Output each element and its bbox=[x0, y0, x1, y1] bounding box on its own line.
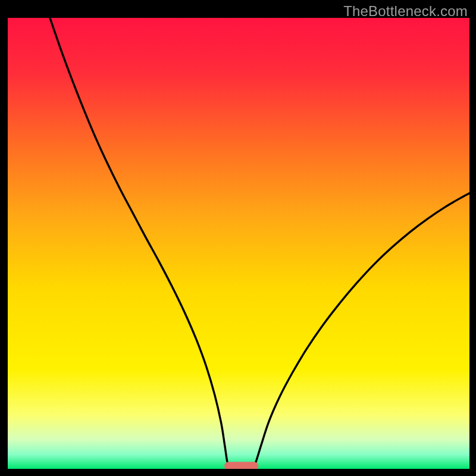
chart-plot bbox=[8, 18, 469, 469]
chart-svg bbox=[8, 18, 469, 469]
chart-frame: TheBottleneck.com bbox=[0, 0, 476, 476]
attribution-label: TheBottleneck.com bbox=[343, 3, 468, 20]
gradient-background bbox=[8, 18, 469, 469]
